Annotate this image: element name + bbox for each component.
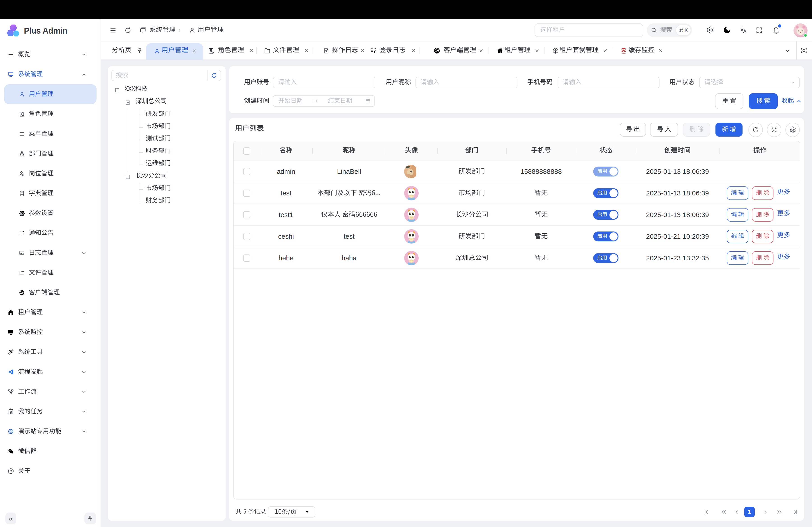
svg-text:redis: redis	[622, 52, 626, 54]
svg-text:DEV: DEV	[20, 252, 24, 254]
